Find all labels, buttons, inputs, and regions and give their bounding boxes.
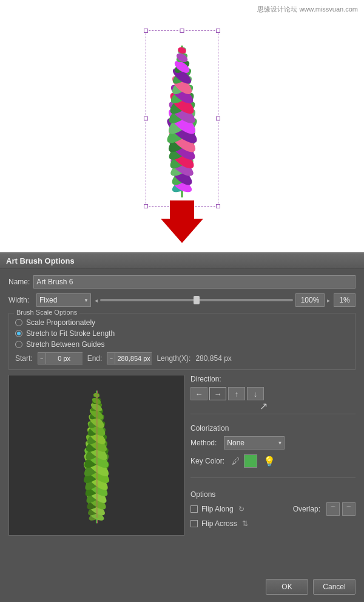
direction-section: Direction: ← → ↑ ↓ ↗ bbox=[190, 375, 356, 404]
overlap-btn-2[interactable]: ⌒ bbox=[342, 502, 356, 516]
radio-scale-proportionate[interactable]: Scale Proportionately bbox=[15, 318, 349, 327]
name-input[interactable] bbox=[33, 275, 356, 289]
handle-mr[interactable] bbox=[216, 117, 220, 121]
end-label: End: bbox=[87, 354, 103, 363]
key-color-label: Key Color: bbox=[190, 457, 224, 465]
divider-1 bbox=[190, 414, 356, 414]
arrow-down bbox=[161, 200, 203, 243]
eyedropper-icon[interactable]: 🖊 bbox=[232, 456, 240, 466]
radio-stretch-guides-btn[interactable] bbox=[15, 341, 22, 348]
radio-stretch-stroke-btn[interactable] bbox=[15, 330, 22, 337]
tip-icon: 💡 bbox=[263, 456, 275, 467]
selection-box bbox=[146, 30, 218, 207]
method-label: Method: bbox=[190, 439, 217, 447]
watermark: 思缘设计论坛 www.missvuan.com bbox=[257, 5, 358, 14]
handle-tl[interactable] bbox=[144, 29, 148, 33]
handle-bl[interactable] bbox=[144, 204, 148, 208]
slider-left-icon: ◂ bbox=[95, 297, 98, 304]
options-section: Options Flip Along ↻ Overlap: ⌒ ⌒ bbox=[190, 490, 356, 528]
handle-tr[interactable] bbox=[216, 29, 220, 33]
width-select-wrapper: Fixed bbox=[36, 293, 91, 307]
preview-box bbox=[8, 375, 184, 536]
start-label: Start: bbox=[15, 354, 33, 363]
start-input[interactable] bbox=[46, 352, 83, 364]
svg-point-70 bbox=[93, 392, 100, 398]
start-decrement[interactable]: − bbox=[38, 352, 46, 364]
key-color-row: Key Color: 🖊 💡 bbox=[190, 454, 356, 468]
end-stepper: − bbox=[107, 352, 152, 364]
method-select-wrapper: None Tints Tints and Shades Hue Shift bbox=[224, 436, 285, 450]
width-slider-thumb[interactable] bbox=[194, 296, 200, 304]
dir-btn-down[interactable]: ↓ bbox=[247, 387, 264, 400]
bottom-buttons: OK Cancel bbox=[266, 579, 356, 595]
divider-2 bbox=[190, 477, 356, 478]
colorization-section: Colorization Method: None Tints Tints an… bbox=[190, 424, 356, 468]
dialog-body: Name: Width: Fixed ◂ ▸ Brush Sca bbox=[0, 269, 364, 542]
slider-right-icon: ▸ bbox=[327, 297, 330, 304]
radio-stretch-guides[interactable]: Stretch Between Guides bbox=[15, 340, 349, 349]
radio-stretch-stroke-label: Stretch to Fit Stroke Length bbox=[26, 329, 115, 338]
name-row: Name: bbox=[8, 275, 356, 289]
measure-row: Start: − + End: − Length(X): 280,854 px bbox=[15, 352, 349, 364]
ok-button[interactable]: OK bbox=[266, 579, 308, 595]
overlap-section: Overlap: ⌒ ⌒ bbox=[293, 502, 356, 516]
length-label: Length(X): bbox=[157, 354, 190, 363]
width-slider-track[interactable] bbox=[100, 299, 293, 301]
radio-scale-prop-btn[interactable] bbox=[15, 319, 22, 326]
key-color-swatch[interactable] bbox=[244, 454, 257, 468]
flip-along-icon: ↻ bbox=[238, 505, 244, 513]
arrow-shaft bbox=[170, 200, 194, 219]
brush-scale-title: Brush Scale Options bbox=[14, 309, 79, 316]
overlap-btn-1[interactable]: ⌒ bbox=[326, 502, 340, 516]
flip-along-checkbox[interactable] bbox=[190, 505, 198, 513]
main-content: Direction: ← → ↑ ↓ ↗ Colorization Method… bbox=[8, 375, 356, 536]
dir-btn-up[interactable]: ↑ bbox=[228, 387, 245, 400]
options-row-1: Flip Along ↻ Overlap: ⌒ ⌒ bbox=[190, 502, 356, 516]
cancel-button[interactable]: Cancel bbox=[313, 579, 356, 595]
right-panel: Direction: ← → ↑ ↓ ↗ Colorization Method… bbox=[190, 375, 356, 536]
name-label: Name: bbox=[8, 278, 30, 286]
flip-across-row: Flip Across ⇅ bbox=[190, 519, 356, 528]
dialog-title: Art Brush Options bbox=[6, 256, 75, 265]
width-percent-input[interactable] bbox=[295, 293, 325, 307]
radio-stretch-guides-label: Stretch Between Guides bbox=[26, 340, 104, 349]
end-decrement[interactable]: − bbox=[107, 352, 115, 364]
dir-btn-right[interactable]: → bbox=[209, 387, 226, 400]
brush-scale-group: Brush Scale Options Scale Proportionatel… bbox=[8, 313, 356, 370]
cursor-icon: ↗ bbox=[260, 400, 268, 414]
plant-preview-svg bbox=[60, 383, 133, 528]
width-select[interactable]: Fixed bbox=[36, 293, 91, 307]
direction-title: Direction: bbox=[190, 375, 356, 383]
options-title: Options bbox=[190, 490, 356, 499]
art-brush-dialog: Art Brush Options Name: Width: Fixed ◂ ▸ bbox=[0, 252, 364, 602]
width-label: Width: bbox=[8, 296, 29, 304]
radio-stretch-stroke[interactable]: Stretch to Fit Stroke Length bbox=[15, 329, 349, 338]
width-slider-area: ◂ ▸ bbox=[95, 293, 330, 307]
handle-br[interactable] bbox=[216, 204, 220, 208]
end-input[interactable] bbox=[115, 352, 152, 364]
flip-along-label: Flip Along bbox=[201, 505, 234, 513]
flip-across-label: Flip Across bbox=[201, 519, 237, 528]
method-select[interactable]: None Tints Tints and Shades Hue Shift bbox=[224, 436, 285, 450]
start-stepper: − + bbox=[38, 352, 83, 364]
width-small-percent[interactable] bbox=[334, 293, 356, 307]
flip-across-icon: ⇅ bbox=[242, 519, 248, 528]
overlap-label: Overlap: bbox=[293, 505, 320, 513]
arrow-head bbox=[161, 219, 203, 243]
radio-scale-prop-label: Scale Proportionately bbox=[26, 318, 95, 327]
method-row: Method: None Tints Tints and Shades Hue … bbox=[190, 436, 356, 450]
flip-along-row: Flip Along ↻ bbox=[190, 505, 244, 513]
handle-ml[interactable] bbox=[144, 117, 148, 121]
direction-buttons: ← → ↑ ↓ ↗ bbox=[190, 387, 356, 400]
length-value: 280,854 px bbox=[195, 354, 231, 363]
colorization-title: Colorization bbox=[190, 424, 356, 433]
dialog-titlebar: Art Brush Options bbox=[0, 253, 364, 269]
plant-container bbox=[149, 33, 215, 204]
handle-tc[interactable] bbox=[180, 29, 184, 33]
width-row: Width: Fixed ◂ ▸ bbox=[8, 293, 356, 307]
flip-across-checkbox[interactable] bbox=[190, 520, 198, 527]
dir-btn-left[interactable]: ← bbox=[190, 387, 207, 400]
